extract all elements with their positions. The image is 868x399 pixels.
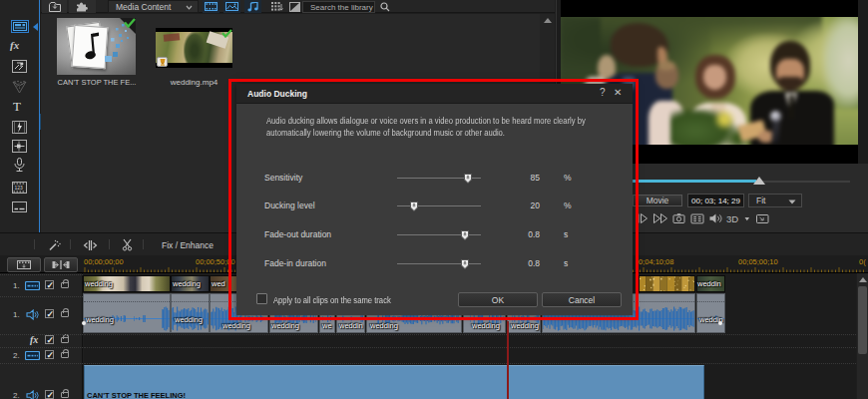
svg-text:3D: 3D xyxy=(726,213,738,224)
svg-text:123: 123 xyxy=(15,185,24,191)
